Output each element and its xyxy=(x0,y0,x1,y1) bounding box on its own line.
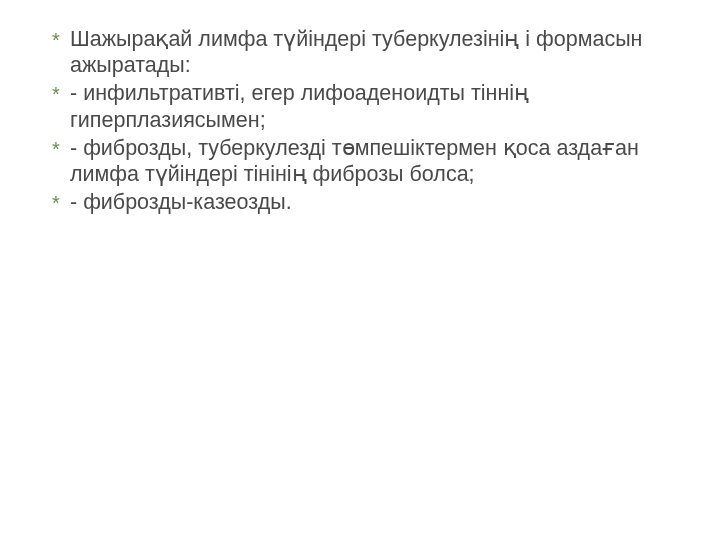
list-item-text: - инфильтративті, егер лифоаденоидты тін… xyxy=(70,81,529,131)
list-item-text: - фиброзды-казеозды. xyxy=(70,190,292,214)
list-item: - инфильтративті, егер лифоаденоидты тін… xyxy=(48,80,672,132)
list-item-text: - фиброзды, туберкулезді төмпешіктермен … xyxy=(70,136,639,186)
list-item: - фиброзды, туберкулезді төмпешіктермен … xyxy=(48,135,672,187)
bullet-list: Шажырақай лимфа түйіндері туберкулезінің… xyxy=(48,26,672,216)
list-item: Шажырақай лимфа түйіндері туберкулезінің… xyxy=(48,26,672,78)
list-item: - фиброзды-казеозды. xyxy=(48,189,672,215)
list-item-text: Шажырақай лимфа түйіндері туберкулезінің… xyxy=(70,27,642,77)
slide-body: Шажырақай лимфа түйіндері туберкулезінің… xyxy=(0,0,720,540)
